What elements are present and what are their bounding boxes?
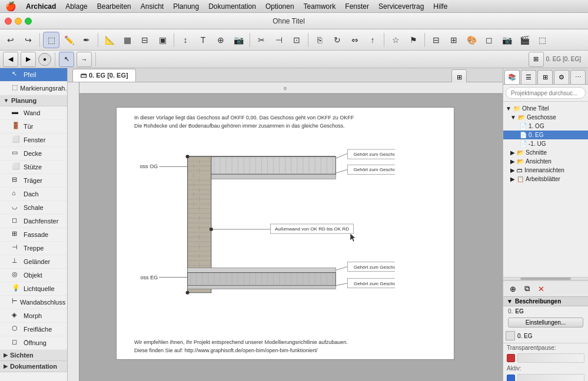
close-button[interactable]	[5, 18, 12, 25]
camera-tool[interactable]: 📷	[230, 32, 247, 48]
apple-menu[interactable]: 🍎	[0, 1, 21, 12]
prev-btn[interactable]: ◀	[3, 52, 18, 67]
sidebar-item-schale[interactable]: ◡ Schale	[0, 201, 67, 215]
view-mode-btn[interactable]: ⊞	[529, 52, 544, 67]
sidebar-item-decke[interactable]: ▭ Decke	[0, 147, 67, 161]
rp-tab-list[interactable]: ☰	[521, 70, 536, 84]
sidebar-item-morph[interactable]: ◈ Morph	[0, 309, 67, 323]
fill-tool[interactable]: ▦	[119, 32, 135, 48]
menu-archicad[interactable]: Archicad	[21, 0, 61, 12]
flag-tool[interactable]: ⚑	[405, 32, 421, 48]
menu-fenster[interactable]: Fenster	[340, 0, 374, 12]
marquee-tool[interactable]: ✒	[78, 32, 95, 48]
aktiv-color[interactable]	[507, 375, 515, 381]
pet-palette-btn[interactable]: ●	[38, 53, 51, 66]
rp-tab-layers[interactable]: ⊞	[537, 70, 553, 84]
sidebar-item-gelaender[interactable]: ⊥ Geländer	[0, 255, 67, 269]
minimize-button[interactable]	[15, 18, 22, 25]
sidebar-item-markierung[interactable]: ⬚ Markierungsrah...	[0, 82, 67, 95]
select-tool[interactable]: ⬚	[43, 32, 59, 48]
grid-btn[interactable]: ⊞	[446, 32, 462, 48]
tree-item-arbeitsblatter[interactable]: ▶ 📋 Arbeitsblätter	[503, 175, 588, 183]
section-planung[interactable]: ▼ Planung	[0, 95, 67, 106]
arrow-right[interactable]: →	[77, 52, 92, 67]
sidebar-item-wandabschluss[interactable]: ⊢ Wandabschluss	[0, 296, 67, 309]
drawing-area[interactable]: 0 In dieser Vorlage liegt das Geschoss a…	[68, 82, 503, 381]
transparentpause-color[interactable]	[507, 354, 515, 362]
sidebar-item-objekt[interactable]: ◎ Objekt	[0, 269, 67, 282]
magic-wand-tool[interactable]: ✏️	[61, 32, 77, 48]
sidebar-item-wand[interactable]: ▬ Wand	[0, 106, 67, 120]
sidebar-item-dach[interactable]: ⌂ Dach	[0, 188, 67, 201]
sidebar-item-pfeil[interactable]: ↖ Pfeil	[0, 68, 67, 82]
star-tool[interactable]: ☆	[387, 32, 404, 48]
sidebar-item-fenster[interactable]: ⬜ Fenster	[0, 133, 67, 147]
extend-tool[interactable]: ⊣	[271, 32, 287, 48]
menu-bearbeiten[interactable]: Bearbeiten	[92, 0, 136, 12]
symbol-tool[interactable]: ⊕	[212, 32, 229, 48]
tree-item-geschosse[interactable]: ▼ 📂 Geschosse	[503, 113, 588, 122]
sidebar-item-lichtquelle[interactable]: 💡 Lichtquelle	[0, 282, 67, 296]
line-tool[interactable]: ⊟	[137, 32, 153, 48]
transparentpause-slider[interactable]	[517, 353, 584, 363]
view3d-btn[interactable]: ◻	[481, 32, 497, 48]
scissors-tool[interactable]: ✂	[253, 32, 270, 48]
floor-plan-tab[interactable]: 🗃 0. EG [0. EG]	[72, 69, 136, 82]
rp-tab-properties[interactable]: ⚙	[554, 70, 569, 84]
dimension-tool[interactable]: ↕	[177, 32, 194, 48]
settings-button[interactable]: Einstellungen...	[508, 317, 583, 327]
section-dokumentation[interactable]: ▶ Dokumentation	[0, 361, 67, 372]
sidebar-item-stuetze[interactable]: ⬜ Stütze	[0, 161, 67, 174]
section-sichten[interactable]: ▶ Sichten	[0, 350, 67, 361]
sidebar-item-tuer[interactable]: 🚪 Tür	[0, 120, 67, 133]
text-tool[interactable]: T	[195, 32, 211, 48]
tree-item-1ug[interactable]: 📄 -1. UG	[503, 139, 588, 148]
sidebar-item-treppe[interactable]: ⊣ Treppe	[0, 242, 67, 255]
sidebar-item-oeffnung[interactable]: ◻ Öffnung	[0, 336, 67, 350]
menu-hilfe[interactable]: Hilfe	[428, 0, 452, 12]
menu-ansicht[interactable]: Ansicht	[136, 0, 168, 12]
mirror-tool[interactable]: ⇔	[347, 32, 363, 48]
tree-item-project[interactable]: ▼ 📁 Ohne Titel	[503, 104, 588, 113]
tree-item-innenansichten[interactable]: ▶ 🗃 Innenansichten	[503, 166, 588, 175]
rp-tab-book[interactable]: 📚	[504, 70, 520, 84]
redo-button[interactable]: ↪	[20, 32, 36, 48]
arrow-select[interactable]: ↖	[59, 52, 74, 67]
sidebar-item-fassade[interactable]: ⊞ Fassade	[0, 228, 67, 242]
scrollbar[interactable]	[503, 277, 588, 280]
measure-tool[interactable]: 📐	[101, 32, 118, 48]
more-views-btn[interactable]: ⬚	[534, 32, 550, 48]
tree-item-ansichten[interactable]: ▶ 📂 Ansichten	[503, 157, 588, 166]
sidebar-item-dachfenster[interactable]: ◻ Dachfenster	[0, 215, 67, 228]
cam-path-btn[interactable]: 🎬	[516, 32, 533, 48]
rp-tab-more[interactable]: ⋯	[570, 70, 586, 84]
solid-ops-btn[interactable]: ⊟	[428, 32, 444, 48]
section-btn[interactable]: 📷	[499, 32, 515, 48]
menu-planung[interactable]: Planung	[168, 0, 204, 12]
tree-item-schnitte[interactable]: ▶ 📂 Schnitte	[503, 148, 588, 157]
panel-action-bar: ⊕ ⧉ ✕	[503, 280, 588, 296]
duplicate-button[interactable]: ⧉	[521, 283, 533, 295]
aktiv-slider[interactable]	[517, 374, 584, 381]
copy-tool[interactable]: ⎘	[311, 32, 328, 48]
tree-item-0eg[interactable]: 📄 0. EG	[503, 131, 588, 139]
menu-servicevertrag[interactable]: Servicevertrag	[374, 0, 428, 12]
undo-button[interactable]: ↩	[2, 32, 19, 48]
menu-dokumentation[interactable]: Dokumentation	[204, 0, 261, 12]
tree-item-1og[interactable]: 📄 1. OG	[503, 122, 588, 131]
rect-tool[interactable]: ▣	[154, 32, 171, 48]
menu-ablage[interactable]: Ablage	[61, 0, 92, 12]
sidebar-item-freiflaeche[interactable]: ⬡ Freifläche	[0, 323, 67, 336]
offset-tool[interactable]: ⊡	[288, 32, 305, 48]
render-btn[interactable]: 🎨	[463, 32, 480, 48]
maximize-button[interactable]	[25, 18, 32, 25]
search-input[interactable]	[506, 87, 586, 99]
delete-button[interactable]: ✕	[535, 283, 547, 295]
add-item-button[interactable]: ⊕	[507, 283, 519, 295]
menu-optionen[interactable]: Optionen	[261, 0, 299, 12]
next-btn[interactable]: ▶	[21, 52, 36, 67]
menu-teamwork[interactable]: Teamwork	[299, 0, 341, 12]
elevate-tool[interactable]: ↑	[364, 32, 381, 48]
sidebar-item-traeger[interactable]: ⊟ Träger	[0, 174, 67, 188]
rotate-tool[interactable]: ↻	[329, 32, 346, 48]
